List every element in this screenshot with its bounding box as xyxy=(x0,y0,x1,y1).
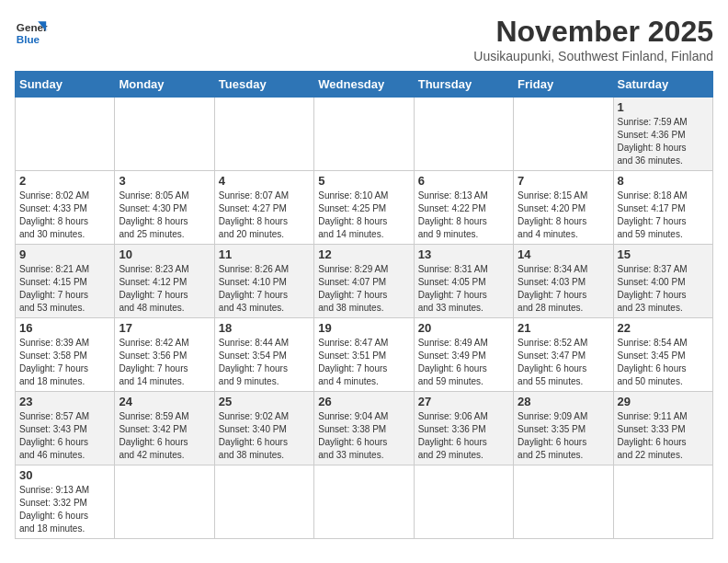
day-number: 14 xyxy=(518,247,609,261)
calendar-cell: 10Sunrise: 8:23 AM Sunset: 4:12 PM Dayli… xyxy=(115,245,214,318)
calendar-week-row: 30Sunrise: 9:13 AM Sunset: 3:32 PM Dayli… xyxy=(16,465,713,539)
calendar-cell: 19Sunrise: 8:47 AM Sunset: 3:51 PM Dayli… xyxy=(314,318,414,392)
day-info: Sunrise: 8:29 AM Sunset: 4:07 PM Dayligh… xyxy=(318,263,409,315)
calendar-cell: 21Sunrise: 8:52 AM Sunset: 3:47 PM Dayli… xyxy=(514,318,613,392)
calendar-cell xyxy=(514,465,613,539)
calendar-title: November 2025 xyxy=(473,15,713,49)
day-info: Sunrise: 9:11 AM Sunset: 3:33 PM Dayligh… xyxy=(618,410,709,462)
day-info: Sunrise: 8:07 AM Sunset: 4:27 PM Dayligh… xyxy=(219,190,310,241)
calendar-cell: 27Sunrise: 9:06 AM Sunset: 3:36 PM Dayli… xyxy=(414,392,513,465)
calendar-cell: 1Sunrise: 7:59 AM Sunset: 4:36 PM Daylig… xyxy=(613,98,712,171)
calendar-week-row: 9Sunrise: 8:21 AM Sunset: 4:15 PM Daylig… xyxy=(16,245,713,318)
day-info: Sunrise: 8:23 AM Sunset: 4:12 PM Dayligh… xyxy=(119,263,210,315)
calendar-cell: 4Sunrise: 8:07 AM Sunset: 4:27 PM Daylig… xyxy=(214,171,313,245)
calendar-cell: 7Sunrise: 8:15 AM Sunset: 4:20 PM Daylig… xyxy=(514,171,613,245)
day-number: 30 xyxy=(19,468,110,482)
calendar-cell xyxy=(115,98,214,171)
day-number: 17 xyxy=(119,321,210,335)
calendar-week-row: 16Sunrise: 8:39 AM Sunset: 3:58 PM Dayli… xyxy=(16,318,713,392)
day-number: 9 xyxy=(19,247,110,261)
day-info: Sunrise: 8:10 AM Sunset: 4:25 PM Dayligh… xyxy=(318,190,409,241)
day-number: 27 xyxy=(418,395,509,408)
svg-text:Blue: Blue xyxy=(17,33,40,45)
day-info: Sunrise: 8:18 AM Sunset: 4:17 PM Dayligh… xyxy=(618,190,709,241)
day-number: 19 xyxy=(318,321,409,335)
calendar-cell xyxy=(414,98,513,171)
day-number: 11 xyxy=(219,247,310,261)
day-info: Sunrise: 9:02 AM Sunset: 3:40 PM Dayligh… xyxy=(219,410,310,462)
day-info: Sunrise: 8:13 AM Sunset: 4:22 PM Dayligh… xyxy=(418,190,509,241)
calendar-cell xyxy=(314,465,414,539)
weekday-header: Wednesday xyxy=(314,72,414,98)
calendar-cell: 29Sunrise: 9:11 AM Sunset: 3:33 PM Dayli… xyxy=(613,392,712,465)
calendar-cell xyxy=(214,98,313,171)
day-info: Sunrise: 8:26 AM Sunset: 4:10 PM Dayligh… xyxy=(219,263,310,315)
calendar-week-row: 1Sunrise: 7:59 AM Sunset: 4:36 PM Daylig… xyxy=(16,98,713,171)
day-info: Sunrise: 8:02 AM Sunset: 4:33 PM Dayligh… xyxy=(19,190,110,241)
calendar-cell: 15Sunrise: 8:37 AM Sunset: 4:00 PM Dayli… xyxy=(613,245,712,318)
calendar-cell xyxy=(314,98,414,171)
day-info: Sunrise: 8:59 AM Sunset: 3:42 PM Dayligh… xyxy=(119,410,210,462)
day-info: Sunrise: 8:05 AM Sunset: 4:30 PM Dayligh… xyxy=(119,190,210,241)
day-info: Sunrise: 8:21 AM Sunset: 4:15 PM Dayligh… xyxy=(19,263,110,315)
calendar-cell: 8Sunrise: 8:18 AM Sunset: 4:17 PM Daylig… xyxy=(613,171,712,245)
calendar-cell: 14Sunrise: 8:34 AM Sunset: 4:03 PM Dayli… xyxy=(514,245,613,318)
day-number: 23 xyxy=(19,395,110,408)
day-info: Sunrise: 9:06 AM Sunset: 3:36 PM Dayligh… xyxy=(418,410,509,462)
calendar-cell xyxy=(613,465,712,539)
calendar-cell: 20Sunrise: 8:49 AM Sunset: 3:49 PM Dayli… xyxy=(414,318,513,392)
calendar-cell xyxy=(414,465,513,539)
calendar-cell: 26Sunrise: 9:04 AM Sunset: 3:38 PM Dayli… xyxy=(314,392,414,465)
day-number: 5 xyxy=(318,174,409,188)
weekday-header-row: SundayMondayTuesdayWednesdayThursdayFrid… xyxy=(16,72,713,98)
calendar-cell: 2Sunrise: 8:02 AM Sunset: 4:33 PM Daylig… xyxy=(16,171,115,245)
logo: General Blue xyxy=(15,15,48,48)
day-number: 2 xyxy=(19,174,110,188)
weekday-header: Monday xyxy=(115,72,214,98)
calendar-cell xyxy=(115,465,214,539)
weekday-header: Saturday xyxy=(613,72,712,98)
calendar-cell: 28Sunrise: 9:09 AM Sunset: 3:35 PM Dayli… xyxy=(514,392,613,465)
calendar-cell: 6Sunrise: 8:13 AM Sunset: 4:22 PM Daylig… xyxy=(414,171,513,245)
calendar-cell: 11Sunrise: 8:26 AM Sunset: 4:10 PM Dayli… xyxy=(214,245,313,318)
day-info: Sunrise: 8:42 AM Sunset: 3:56 PM Dayligh… xyxy=(119,337,210,388)
header: General Blue November 2025 Uusikaupunki,… xyxy=(15,15,713,63)
calendar-cell: 13Sunrise: 8:31 AM Sunset: 4:05 PM Dayli… xyxy=(414,245,513,318)
day-number: 26 xyxy=(318,395,409,408)
day-info: Sunrise: 7:59 AM Sunset: 4:36 PM Dayligh… xyxy=(618,116,709,167)
day-number: 1 xyxy=(618,100,709,114)
weekday-header: Sunday xyxy=(16,72,115,98)
day-info: Sunrise: 8:15 AM Sunset: 4:20 PM Dayligh… xyxy=(518,190,609,241)
calendar-cell xyxy=(214,465,313,539)
calendar-cell: 30Sunrise: 9:13 AM Sunset: 3:32 PM Dayli… xyxy=(16,465,115,539)
day-number: 29 xyxy=(618,395,709,408)
calendar-cell: 9Sunrise: 8:21 AM Sunset: 4:15 PM Daylig… xyxy=(16,245,115,318)
day-info: Sunrise: 8:52 AM Sunset: 3:47 PM Dayligh… xyxy=(518,337,609,388)
logo-icon: General Blue xyxy=(15,15,48,48)
day-number: 24 xyxy=(119,395,210,408)
calendar-cell xyxy=(16,98,115,171)
day-info: Sunrise: 8:44 AM Sunset: 3:54 PM Dayligh… xyxy=(219,337,310,388)
weekday-header: Friday xyxy=(514,72,613,98)
day-info: Sunrise: 8:47 AM Sunset: 3:51 PM Dayligh… xyxy=(318,337,409,388)
day-info: Sunrise: 8:54 AM Sunset: 3:45 PM Dayligh… xyxy=(618,337,709,388)
day-info: Sunrise: 9:09 AM Sunset: 3:35 PM Dayligh… xyxy=(518,410,609,462)
day-info: Sunrise: 8:49 AM Sunset: 3:49 PM Dayligh… xyxy=(418,337,509,388)
day-info: Sunrise: 8:37 AM Sunset: 4:00 PM Dayligh… xyxy=(618,263,709,315)
calendar-cell: 22Sunrise: 8:54 AM Sunset: 3:45 PM Dayli… xyxy=(613,318,712,392)
day-number: 3 xyxy=(119,174,210,188)
day-number: 12 xyxy=(318,247,409,261)
day-number: 4 xyxy=(219,174,310,188)
day-info: Sunrise: 8:31 AM Sunset: 4:05 PM Dayligh… xyxy=(418,263,509,315)
weekday-header: Thursday xyxy=(414,72,513,98)
calendar-cell: 24Sunrise: 8:59 AM Sunset: 3:42 PM Dayli… xyxy=(115,392,214,465)
calendar-week-row: 2Sunrise: 8:02 AM Sunset: 4:33 PM Daylig… xyxy=(16,171,713,245)
day-info: Sunrise: 8:39 AM Sunset: 3:58 PM Dayligh… xyxy=(19,337,110,388)
day-number: 10 xyxy=(119,247,210,261)
day-info: Sunrise: 9:13 AM Sunset: 3:32 PM Dayligh… xyxy=(19,484,110,535)
day-number: 15 xyxy=(618,247,709,261)
title-area: November 2025 Uusikaupunki, Southwest Fi… xyxy=(473,15,713,63)
weekday-header: Tuesday xyxy=(214,72,313,98)
calendar-cell: 18Sunrise: 8:44 AM Sunset: 3:54 PM Dayli… xyxy=(214,318,313,392)
day-number: 16 xyxy=(19,321,110,335)
